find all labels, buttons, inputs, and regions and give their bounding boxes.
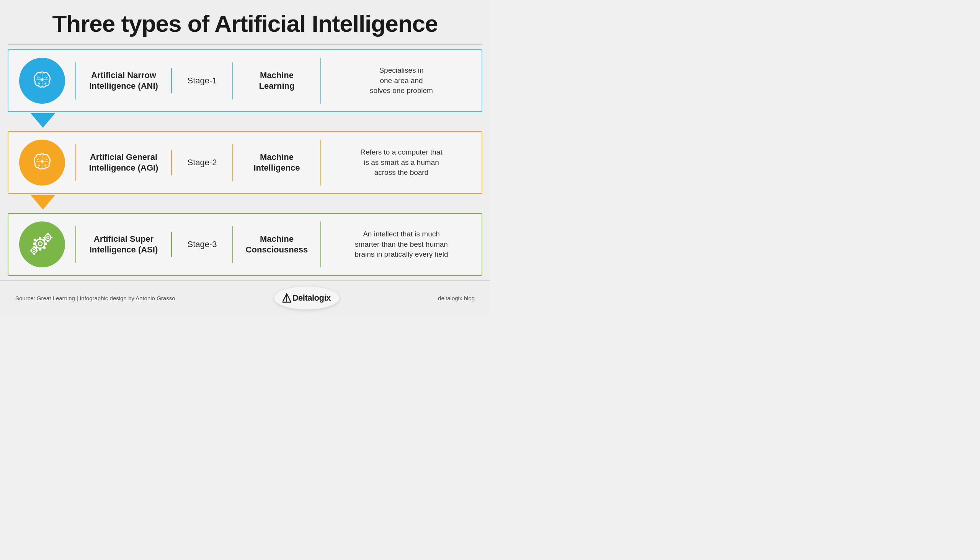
svg-rect-25 bbox=[33, 243, 36, 245]
agi-type-cell: Machine Intelligence bbox=[232, 144, 320, 181]
asi-name: Artificial Super Intelligence (ASI) bbox=[90, 234, 158, 255]
brain-circuit-icon bbox=[27, 65, 57, 96]
ani-stage: Stage-1 bbox=[187, 76, 217, 86]
footer-logo: Deltalogix bbox=[274, 287, 339, 310]
svg-rect-41 bbox=[30, 250, 32, 251]
agi-row: Artificial General Intelligence (AGI) St… bbox=[8, 131, 482, 194]
asi-name-cell: Artificial Super Intelligence (ASI) bbox=[75, 226, 171, 263]
ani-type-cell: Machine Learning bbox=[232, 62, 320, 100]
svg-point-18 bbox=[38, 165, 40, 167]
svg-point-17 bbox=[46, 159, 47, 160]
footer-url: deltalogix.blog bbox=[438, 295, 475, 302]
svg-rect-42 bbox=[36, 250, 38, 251]
ani-stage-cell: Stage-1 bbox=[171, 68, 232, 93]
asi-desc-cell: An intellect that is much smarter than t… bbox=[320, 222, 482, 267]
ani-icon-cell bbox=[8, 50, 75, 111]
agi-stage: Stage-2 bbox=[187, 158, 217, 168]
ani-name: Artificial Narrow Intelligence (ANI) bbox=[89, 70, 158, 92]
footer: Source: Great Learning | Infographic des… bbox=[0, 280, 490, 315]
ani-description: Specialises in one area and solves one p… bbox=[370, 65, 433, 96]
content-area: Artificial Narrow Intelligence (ANI) Sta… bbox=[0, 45, 490, 276]
asi-stage-cell: Stage-3 bbox=[171, 232, 232, 257]
svg-rect-39 bbox=[33, 246, 35, 248]
arrow-1-container bbox=[8, 112, 482, 129]
svg-rect-40 bbox=[33, 253, 35, 255]
title-section: Three types of Artificial Intelligence bbox=[0, 0, 490, 43]
svg-rect-26 bbox=[44, 243, 47, 245]
asi-type-cell: Machine Consciousness bbox=[232, 226, 320, 263]
svg-point-5 bbox=[41, 78, 43, 81]
agi-icon-cell bbox=[8, 132, 75, 193]
delta-icon bbox=[283, 293, 291, 303]
agi-description: Refers to a computer that is as smart as… bbox=[360, 147, 442, 178]
brain-circuit-orange-icon bbox=[27, 147, 57, 178]
asi-stage: Stage-3 bbox=[187, 240, 217, 249]
agi-icon-circle bbox=[19, 140, 65, 185]
svg-rect-24 bbox=[39, 247, 41, 250]
agi-name-cell: Artificial General Intelligence (AGI) bbox=[75, 144, 171, 181]
ani-row: Artificial Narrow Intelligence (ANI) Sta… bbox=[8, 49, 482, 112]
page-title: Three types of Artificial Intelligence bbox=[15, 11, 475, 37]
asi-description: An intellect that is much smarter than t… bbox=[355, 229, 448, 260]
asi-icon-circle bbox=[19, 222, 65, 267]
asi-row: Artificial Super Intelligence (ASI) Stag… bbox=[8, 213, 482, 276]
svg-rect-34 bbox=[47, 240, 48, 242]
ani-name-cell: Artificial Narrow Intelligence (ANI) bbox=[75, 62, 171, 100]
svg-point-16 bbox=[37, 159, 38, 160]
ani-desc-cell: Specialises in one area and solves one p… bbox=[320, 58, 482, 104]
svg-point-7 bbox=[46, 77, 47, 78]
arrow-down-orange-icon bbox=[31, 195, 55, 210]
asi-type: Machine Consciousness bbox=[246, 234, 308, 255]
svg-rect-35 bbox=[43, 237, 45, 238]
page: Three types of Artificial Intelligence bbox=[0, 0, 490, 315]
asi-icon-cell bbox=[8, 214, 75, 275]
agi-stage-cell: Stage-2 bbox=[171, 150, 232, 175]
ani-type: Machine Learning bbox=[259, 70, 295, 92]
svg-rect-33 bbox=[47, 233, 48, 235]
svg-point-15 bbox=[41, 160, 43, 163]
agi-type: Machine Intelligence bbox=[253, 152, 300, 174]
arrow-2-container bbox=[8, 194, 482, 211]
arrow-down-blue-icon bbox=[31, 113, 55, 128]
svg-point-19 bbox=[44, 165, 46, 167]
footer-logo-text: Deltalogix bbox=[293, 293, 331, 303]
svg-point-9 bbox=[44, 83, 46, 85]
svg-point-8 bbox=[38, 83, 40, 85]
gears-icon bbox=[26, 228, 58, 261]
agi-desc-cell: Refers to a computer that is as smart as… bbox=[320, 140, 482, 185]
ani-icon-circle bbox=[19, 58, 65, 104]
footer-source: Source: Great Learning | Infographic des… bbox=[15, 295, 175, 302]
svg-rect-36 bbox=[50, 237, 52, 238]
agi-name: Artificial General Intelligence (AGI) bbox=[89, 152, 159, 174]
svg-rect-23 bbox=[39, 237, 41, 240]
svg-point-6 bbox=[37, 77, 38, 78]
